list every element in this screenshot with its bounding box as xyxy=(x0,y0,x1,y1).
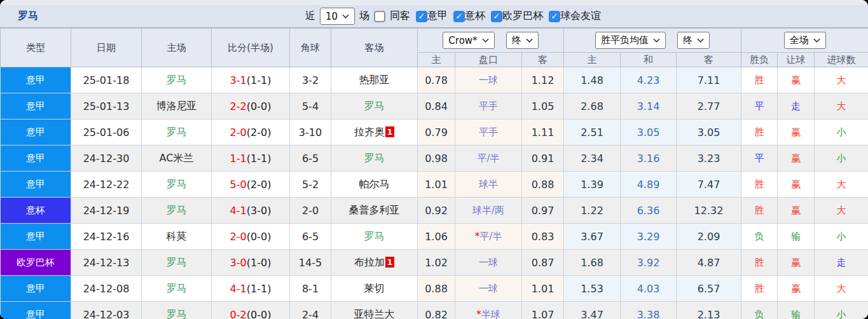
chevron-down-icon xyxy=(653,38,660,43)
match-date: 25-01-06 xyxy=(71,119,142,146)
recent-count-select[interactable]: 10 xyxy=(320,8,355,25)
same-venue-checkbox[interactable] xyxy=(374,11,385,22)
fulltime-score: 5-0 xyxy=(230,179,247,191)
odds-handicap: *平/半 xyxy=(455,224,522,250)
avg-draw: 6.36 xyxy=(621,198,677,224)
scope-select[interactable]: 全场 xyxy=(784,32,826,49)
result-outcome: 胜 xyxy=(741,276,778,302)
result-goals: 大 xyxy=(815,172,868,198)
odds-handicap: 一球 xyxy=(455,276,522,302)
result-handicap: 输 xyxy=(778,224,815,250)
fulltime-score: 4-1 xyxy=(230,205,247,217)
result-outcome: 胜 xyxy=(741,67,778,93)
sub-header-goals: 进球数 xyxy=(815,53,868,67)
home-team: 博洛尼亚 xyxy=(142,93,212,119)
result-outcome: 胜 xyxy=(741,119,778,146)
fulltime-score: 2-0 xyxy=(230,231,247,243)
col-header-type: 类型 xyxy=(1,29,71,67)
odds-handicap: *半球 xyxy=(455,302,522,319)
match-date: 24-12-22 xyxy=(71,172,142,198)
competition-filter-friendly: 球会友谊 xyxy=(549,10,601,23)
friendly-checkbox[interactable] xyxy=(549,11,560,22)
match-score: 2-0(2-0) xyxy=(212,119,290,146)
col-header-corners: 角球 xyxy=(290,29,331,67)
odds-source-select[interactable]: Crow* xyxy=(443,32,494,49)
result-handicap: 赢 xyxy=(778,172,815,198)
odds-home: 0.84 xyxy=(418,93,455,119)
sub-header-handicap-result: 让球 xyxy=(778,53,815,67)
away-team: 莱切 xyxy=(331,276,418,302)
odds-home: 0.79 xyxy=(418,119,455,146)
away-team: 布拉加1 xyxy=(331,250,418,276)
competition-badge: 欧罗巴杯 xyxy=(1,250,71,275)
same-venue-label: 同客 xyxy=(390,10,410,23)
odds-time-select[interactable]: 终 xyxy=(506,32,539,49)
col-header-home: 主场 xyxy=(142,29,212,67)
result-goals: 走 xyxy=(815,250,868,276)
odds-home: 0.78 xyxy=(418,67,455,93)
window-top-strip xyxy=(0,0,868,5)
odds-home: 0.98 xyxy=(418,146,455,172)
chevron-down-icon xyxy=(526,38,533,43)
match-row: 意甲 25-01-18 罗马 3-1(1-1) 3-2 热那亚 0.78 一球 … xyxy=(1,67,868,93)
result-outcome: 负 xyxy=(741,302,778,319)
away-team: 罗马 xyxy=(331,93,418,119)
avg-type-select[interactable]: 胜平负均值 xyxy=(595,32,666,49)
result-handicap: 赢 xyxy=(778,276,815,302)
match-date: 24-12-16 xyxy=(71,224,142,250)
competition-badge: 意甲 xyxy=(1,172,71,197)
halftime-score: (0-0) xyxy=(247,231,272,243)
chevron-down-icon xyxy=(697,38,704,43)
competition-badge: 意甲 xyxy=(1,146,71,171)
home-team: 罗马 xyxy=(142,302,212,319)
fulltime-score: 4-1 xyxy=(230,283,247,295)
avg-home: 1.53 xyxy=(564,276,621,302)
halftime-score: (2-0) xyxy=(247,126,272,139)
odds-handicap: 一球 xyxy=(455,67,522,93)
chevron-down-icon xyxy=(813,38,820,43)
match-date: 24-12-08 xyxy=(71,276,142,302)
avg-time-select[interactable]: 终 xyxy=(677,32,710,49)
avg-home: 1.22 xyxy=(564,198,621,224)
match-score: 1-1(1-1) xyxy=(212,146,290,172)
fulltime-score: 2-2 xyxy=(230,100,247,112)
odds-away: 0.88 xyxy=(522,172,564,198)
competition-badge: 意甲 xyxy=(1,93,71,119)
halftime-score: (1-1) xyxy=(247,283,272,295)
corner-score: 5-4 xyxy=(290,93,331,119)
coppa-checkbox[interactable] xyxy=(453,11,465,22)
odds-away: 1.12 xyxy=(522,67,564,93)
avg-draw: 3.14 xyxy=(621,93,677,119)
col-header-score: 比分(半场) xyxy=(212,29,290,67)
europa-label: 欧罗巴杯 xyxy=(502,10,543,23)
odds-handicap: 一球 xyxy=(455,250,522,276)
odds-handicap: 球半 xyxy=(455,172,522,198)
chevron-down-icon xyxy=(342,14,349,18)
match-stats-panel: 罗马 近 10 场 同客 意甲 意杯 欧罗巴杯 xyxy=(0,0,868,319)
result-handicap: 走 xyxy=(778,93,815,119)
result-outcome: 胜 xyxy=(741,198,778,224)
sub-header-avg-away: 客 xyxy=(677,53,741,67)
away-team: 热那亚 xyxy=(331,67,418,93)
header-row-controls: 类型 日期 主场 比分(半场) 角球 客场 Crow* 终 xyxy=(1,29,868,53)
fulltime-score: 2-0 xyxy=(230,126,247,139)
result-handicap: 赢 xyxy=(778,198,815,224)
europa-checkbox[interactable] xyxy=(491,11,502,22)
match-score: 3-0(1-0) xyxy=(212,250,290,276)
competition-filter-serie-a: 意甲 xyxy=(416,10,448,23)
sub-header-avg-home: 主 xyxy=(564,53,621,67)
match-row: 欧罗巴杯 24-12-13 罗马 3-0(1-0) 14-5 布拉加1 1.02… xyxy=(1,250,868,276)
competition-filter-coppa: 意杯 xyxy=(453,10,485,23)
away-team: 罗马 xyxy=(331,224,418,250)
avg-draw: 3.16 xyxy=(621,146,677,172)
odds-away: 0.91 xyxy=(522,146,564,172)
home-team: 罗马 xyxy=(142,119,212,146)
corner-score: 6-5 xyxy=(290,146,331,172)
odds-away: 1.01 xyxy=(522,276,564,302)
serie-a-checkbox[interactable] xyxy=(416,11,427,22)
avg-draw: 4.23 xyxy=(621,67,677,93)
avg-draw: 3.29 xyxy=(621,224,677,250)
home-team: 科莫 xyxy=(142,224,212,250)
chevron-down-icon xyxy=(482,38,489,43)
competition-filter-europa: 欧罗巴杯 xyxy=(491,10,543,23)
